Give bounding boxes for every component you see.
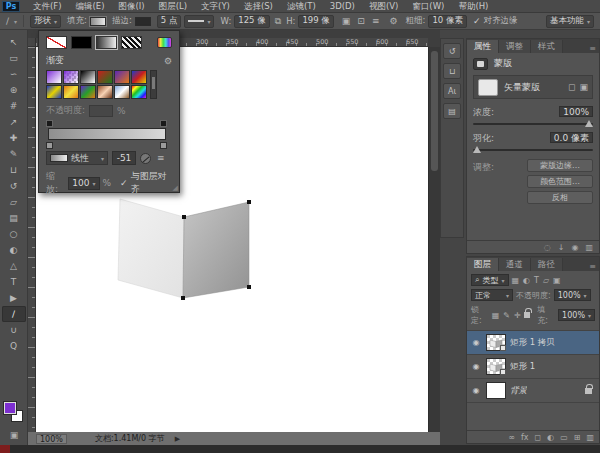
- filter-type-icon-4[interactable]: ▣: [553, 276, 561, 285]
- lock-all-icon[interactable]: [524, 312, 531, 318]
- eyedropper-tool[interactable]: ↗: [2, 114, 26, 130]
- scale-input[interactable]: 100▾: [68, 177, 99, 190]
- menu-item-0[interactable]: 文件(F): [26, 0, 69, 13]
- menu-item-4[interactable]: 文字(Y): [194, 0, 237, 13]
- gradient-preset-black-white[interactable]: [80, 70, 96, 84]
- reverse-gradient-icon[interactable]: ≡: [155, 153, 167, 163]
- lasso-tool[interactable]: ∽: [2, 66, 26, 82]
- zoom-tool[interactable]: Q: [2, 338, 26, 354]
- tool-mode-select[interactable]: 形状▾: [30, 15, 61, 28]
- gradient-tool[interactable]: ▤: [2, 210, 26, 226]
- stroke-swatch[interactable]: [135, 17, 151, 26]
- align-with-layer-checkbox[interactable]: ✓: [120, 178, 128, 188]
- menu-item-10[interactable]: 帮助(H): [451, 0, 495, 13]
- gradient-preset-violet-green-orange[interactable]: [80, 85, 96, 99]
- healing-brush-tool[interactable]: ✚: [2, 130, 26, 146]
- tab-样式[interactable]: 样式: [531, 40, 563, 53]
- gradient-angle-input[interactable]: -51: [112, 151, 136, 165]
- filter-type-icon-2[interactable]: T: [534, 276, 539, 285]
- tab-路径[interactable]: 路径: [531, 258, 563, 271]
- adjust-button-2[interactable]: 反相: [527, 191, 593, 204]
- new-group-icon[interactable]: ▭: [560, 433, 568, 442]
- opacity-stop-left[interactable]: [46, 120, 53, 127]
- mask-visibility-icon[interactable]: ◉: [571, 243, 578, 252]
- fill-swatch[interactable]: [90, 17, 106, 26]
- gradient-preset-blue-red-yellow[interactable]: [131, 70, 147, 84]
- stroke-width-input[interactable]: 5 点: [157, 15, 182, 28]
- layer-visibility-icon[interactable]: ◉: [470, 338, 482, 347]
- tool-preset-caret-icon[interactable]: ▾: [14, 18, 17, 25]
- tab-调整[interactable]: 调整: [499, 40, 531, 53]
- brush-tool[interactable]: ✎: [2, 146, 26, 162]
- layer-visibility-icon[interactable]: ◉: [470, 386, 482, 395]
- color-stop-left[interactable]: [46, 142, 53, 149]
- tab-图层[interactable]: 图层: [467, 258, 499, 271]
- add-pixel-mask-icon[interactable]: ◻: [568, 82, 575, 92]
- load-selection-icon[interactable]: ◌: [544, 243, 551, 252]
- lock-icon-0[interactable]: ▦: [492, 311, 500, 320]
- pen-tool[interactable]: △: [2, 258, 26, 274]
- type-tool[interactable]: T: [2, 274, 26, 290]
- gradient-opacity-input[interactable]: [89, 105, 113, 117]
- filter-type-icon-3[interactable]: ▱: [543, 276, 549, 285]
- angle-dial-icon[interactable]: [140, 153, 151, 164]
- menu-item-7[interactable]: 3D(D): [323, 0, 362, 13]
- vertical-scrollbar[interactable]: [428, 47, 440, 432]
- feather-slider[interactable]: [473, 149, 593, 151]
- layer-thumbnail[interactable]: [486, 334, 506, 351]
- path-select-tool[interactable]: ▶: [2, 290, 26, 306]
- delete-layer-icon[interactable]: ▥: [586, 433, 594, 442]
- opacity-stop-right[interactable]: [160, 120, 167, 127]
- menu-item-8[interactable]: 视图(V): [362, 0, 405, 13]
- opacity-input[interactable]: 100%▾: [554, 289, 591, 301]
- tab-属性[interactable]: 属性: [467, 40, 499, 53]
- gradient-fill-button[interactable]: [96, 36, 117, 49]
- density-value[interactable]: 100%: [559, 106, 593, 117]
- adjust-button-1[interactable]: 颜色范围…: [527, 175, 593, 188]
- history-panel-icon[interactable]: ↺: [443, 43, 461, 59]
- pattern-fill-button[interactable]: [121, 36, 142, 49]
- resize-grip-icon[interactable]: ◢: [173, 184, 178, 192]
- ruler-corner[interactable]: [28, 38, 36, 47]
- color-picker-icon[interactable]: [157, 37, 172, 48]
- eraser-tool[interactable]: ▱: [2, 194, 26, 210]
- align-edges-checkbox[interactable]: ✓: [473, 16, 481, 26]
- gradient-preset-chrome[interactable]: [114, 85, 130, 99]
- layer-thumbnail[interactable]: [486, 382, 506, 399]
- line-tool-preset-icon[interactable]: ∕: [4, 16, 11, 26]
- clone-source-panel-icon[interactable]: ⊔: [443, 63, 461, 79]
- zoom-level-input[interactable]: 100%: [36, 434, 67, 444]
- menu-item-2[interactable]: 图像(I): [112, 0, 152, 13]
- layer-style-icon[interactable]: fx: [521, 433, 529, 442]
- gradient-preset-orange-yellow-orange[interactable]: [63, 85, 79, 99]
- quick-mask-button[interactable]: ▣: [2, 428, 26, 442]
- path-op-icon-1[interactable]: ⊡: [355, 16, 367, 26]
- blur-tool[interactable]: ○: [2, 226, 26, 242]
- menu-item-6[interactable]: 滤镜(T): [280, 0, 323, 13]
- height-input[interactable]: 199 像: [298, 15, 333, 28]
- gradient-preset-red-green[interactable]: [97, 70, 113, 84]
- adjust-button-0[interactable]: 蒙版边缘…: [527, 159, 593, 172]
- solid-color-button[interactable]: [71, 36, 92, 49]
- vector-mask-row[interactable]: 矢量蒙版 ◻ ▣: [473, 75, 593, 99]
- filter-type-icon-1[interactable]: ◐: [523, 276, 530, 285]
- vector-mask-thumbnail[interactable]: [478, 79, 498, 96]
- quick-select-tool[interactable]: ⊛: [2, 82, 26, 98]
- hand-tool[interactable]: ∪: [2, 322, 26, 338]
- lock-icon-2[interactable]: ✛: [514, 311, 521, 320]
- preset-scrollbar[interactable]: [150, 70, 157, 99]
- gradient-preset-violet-orange[interactable]: [114, 70, 130, 84]
- stroke-type-select[interactable]: ▾: [184, 15, 214, 28]
- gradient-preset-spectrum[interactable]: [131, 85, 147, 99]
- menu-item-3[interactable]: 图层(L): [152, 0, 194, 13]
- link-layers-icon[interactable]: ∞: [508, 433, 515, 442]
- filter-type-icon-0[interactable]: ▦: [512, 276, 520, 285]
- delete-mask-icon[interactable]: ▥: [585, 243, 593, 252]
- feather-value[interactable]: 0.0 像素: [550, 132, 593, 143]
- layer-visibility-icon[interactable]: ◉: [470, 362, 482, 371]
- gradient-preset-fg-to-transparent[interactable]: [63, 70, 79, 84]
- layer-thumbnail[interactable]: [486, 358, 506, 375]
- gradient-preset-copper[interactable]: [97, 85, 113, 99]
- width-input[interactable]: 125 像: [234, 15, 269, 28]
- apply-mask-icon[interactable]: ↓: [558, 243, 565, 252]
